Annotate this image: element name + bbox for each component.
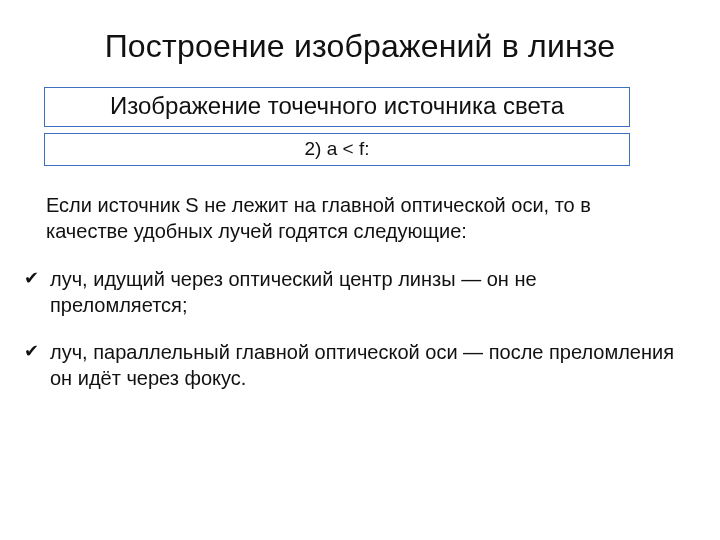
- lead-paragraph: Если источник S не лежит на главной опти…: [46, 192, 666, 244]
- page-title: Построение изображений в линзе: [44, 28, 676, 65]
- bullet-list: луч, идущий через оптический центр линзы…: [44, 266, 676, 392]
- subtitle-box: Изображение точечного источника света: [44, 87, 630, 127]
- list-item: луч, идущий через оптический центр линзы…: [24, 266, 676, 319]
- case-box: 2) a < f:: [44, 133, 630, 166]
- list-item: луч, параллельный главной оптической оси…: [24, 339, 676, 392]
